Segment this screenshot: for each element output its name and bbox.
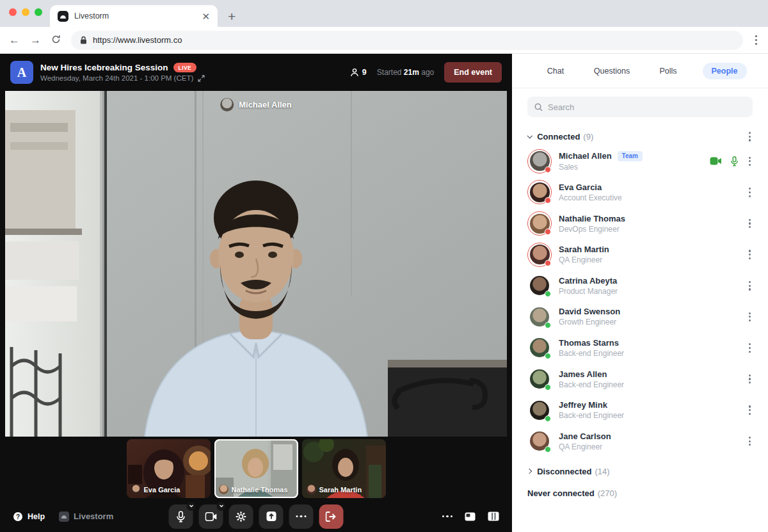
attendee-menu-icon[interactable] xyxy=(747,217,753,230)
attendee-menu-icon[interactable] xyxy=(747,403,753,417)
main-video[interactable]: Michael Allen xyxy=(5,91,507,437)
tab-title: Livestorm xyxy=(74,12,196,20)
search-input[interactable] xyxy=(548,102,746,112)
attendee-row[interactable]: Nathalie Thomas DevOps Engineer xyxy=(527,208,753,239)
thumbnail-nathalie-thomas[interactable]: Nathalie Thomas xyxy=(214,439,298,498)
attendee-row[interactable]: Catrina Abeyta Product Manager xyxy=(527,270,753,302)
attendee-menu-icon[interactable] xyxy=(747,279,753,293)
reload-icon[interactable] xyxy=(51,35,61,46)
people-search[interactable] xyxy=(527,97,753,117)
attendee-row[interactable]: Jeffrey Mink Back-end Engineer xyxy=(527,394,753,426)
attendee-name: Michael Allen xyxy=(559,151,612,161)
share-screen-icon xyxy=(266,511,276,522)
disconnected-label: Disconnected xyxy=(537,467,591,476)
thumbnail-sarah-martin[interactable]: Sarah Martin xyxy=(302,439,386,498)
url-text: https://www.livestorm.co xyxy=(93,35,182,45)
disconnected-section-header[interactable]: Disconnected (14) xyxy=(527,467,753,476)
attendee-name: Thomas Starns xyxy=(559,338,619,348)
sidebar: ChatQuestionsPollsPeople Connected (9) M… xyxy=(512,54,768,532)
help-icon: ? xyxy=(13,512,23,522)
livestorm-brand: Livestorm xyxy=(59,512,113,522)
connected-menu-icon[interactable] xyxy=(747,130,753,143)
connected-count: (9) xyxy=(583,132,593,141)
chevron-right-icon xyxy=(527,469,532,474)
never-connected-count: (270) xyxy=(598,488,617,498)
end-event-button[interactable]: End event xyxy=(444,62,502,83)
tab-people[interactable]: People xyxy=(696,63,753,79)
attendee-row[interactable]: David Swenson Growth Engineer xyxy=(527,302,753,333)
avatar xyxy=(527,367,552,391)
help-label: Help xyxy=(28,512,45,521)
layout-more-icon[interactable] xyxy=(442,515,453,518)
status-dot xyxy=(545,384,551,391)
tab-questions[interactable]: Questions xyxy=(584,63,640,79)
gear-icon xyxy=(236,511,247,522)
connected-section-header[interactable]: Connected (9) xyxy=(527,130,753,143)
picture-in-picture-icon[interactable] xyxy=(465,512,476,521)
attendee-name: Nathalie Thomas xyxy=(559,214,625,223)
back-icon[interactable]: ← xyxy=(9,35,20,45)
tab-close-icon[interactable]: ✕ xyxy=(202,12,210,21)
minimize-window-button[interactable] xyxy=(22,8,29,16)
attendee-count: 9 xyxy=(350,68,367,77)
tab-label: Questions xyxy=(594,67,630,76)
tab-polls[interactable]: Polls xyxy=(640,63,696,79)
more-options-button[interactable] xyxy=(289,504,314,529)
browser-tab[interactable]: Livestorm ✕ xyxy=(50,5,218,27)
disconnected-count: (14) xyxy=(595,467,609,476)
settings-button[interactable] xyxy=(229,504,253,529)
camera-options-chevron-icon[interactable] xyxy=(217,502,226,511)
share-button[interactable] xyxy=(259,504,284,529)
help-button[interactable]: ? Help xyxy=(13,512,45,522)
maximize-window-button[interactable] xyxy=(35,8,42,16)
leave-stage-button[interactable] xyxy=(319,504,344,529)
columns-layout-icon[interactable] xyxy=(488,512,499,521)
attendee-role: Back-end Engineer xyxy=(559,380,740,389)
camera-on-icon[interactable] xyxy=(710,157,722,165)
new-tab-button[interactable]: + xyxy=(228,10,236,23)
attendee-role: Product Manager xyxy=(559,287,740,296)
attendee-row[interactable]: Eva Garcia Account Executive xyxy=(527,177,753,208)
address-bar[interactable]: https://www.livestorm.co xyxy=(71,31,743,50)
avatar xyxy=(527,180,552,204)
attendee-menu-icon[interactable] xyxy=(747,341,753,355)
avatar xyxy=(527,149,552,173)
status-dot xyxy=(545,446,551,453)
event-datetime: Wednesday, March 24th 2021 - 1:00 PM (CE… xyxy=(40,74,193,82)
attendee-role: QA Engineer xyxy=(559,255,740,264)
main-video-feed xyxy=(5,91,507,437)
attendee-name: Eva Garcia xyxy=(559,182,602,192)
attendee-row[interactable]: Sarah Martin QA Engineer xyxy=(527,239,753,270)
forward-icon[interactable]: → xyxy=(30,35,41,45)
mic-options-chevron-icon[interactable] xyxy=(187,502,196,511)
tab-chat[interactable]: Chat xyxy=(527,63,584,79)
attendee-row[interactable]: Thomas Starns Back-end Engineer xyxy=(527,332,753,364)
attendee-name: Jane Carlson xyxy=(559,431,611,441)
camera-button[interactable] xyxy=(199,504,223,529)
event-title: New Hires Icebreaking Session xyxy=(40,63,168,72)
status-dot xyxy=(545,229,551,235)
attendee-row[interactable]: Michael Allen Team Sales xyxy=(527,146,753,177)
connected-label: Connected xyxy=(537,132,580,141)
browser-menu-icon[interactable] xyxy=(753,33,759,47)
close-window-button[interactable] xyxy=(9,8,17,16)
thumbnail-nametag: Nathalie Thomas xyxy=(219,485,288,494)
attendee-menu-icon[interactable] xyxy=(747,435,753,448)
attendee-role: Back-end Engineer xyxy=(559,411,740,420)
thumbnail-eva-garcia[interactable]: Eva Garcia xyxy=(127,439,211,498)
attendee-row[interactable]: James Allen Back-end Engineer xyxy=(527,364,753,395)
thumbnail-avatar xyxy=(131,485,141,494)
tab-label: Polls xyxy=(659,67,676,76)
attendee-menu-icon[interactable] xyxy=(747,310,753,324)
attendee-row[interactable]: Jane Carlson QA Engineer xyxy=(527,426,753,457)
attendee-menu-icon[interactable] xyxy=(747,248,753,261)
never-connected-section-header[interactable]: Never connected (270) xyxy=(527,488,753,498)
attendee-menu-icon[interactable] xyxy=(747,186,753,199)
microphone-button[interactable] xyxy=(169,504,193,529)
expand-icon[interactable] xyxy=(198,75,205,82)
stage-toolbar: ? Help Livestorm xyxy=(0,501,512,532)
mic-on-icon[interactable] xyxy=(730,156,739,166)
attendee-menu-icon[interactable] xyxy=(747,155,753,168)
attendee-menu-icon[interactable] xyxy=(747,373,753,386)
attendee-count-value: 9 xyxy=(362,68,367,77)
